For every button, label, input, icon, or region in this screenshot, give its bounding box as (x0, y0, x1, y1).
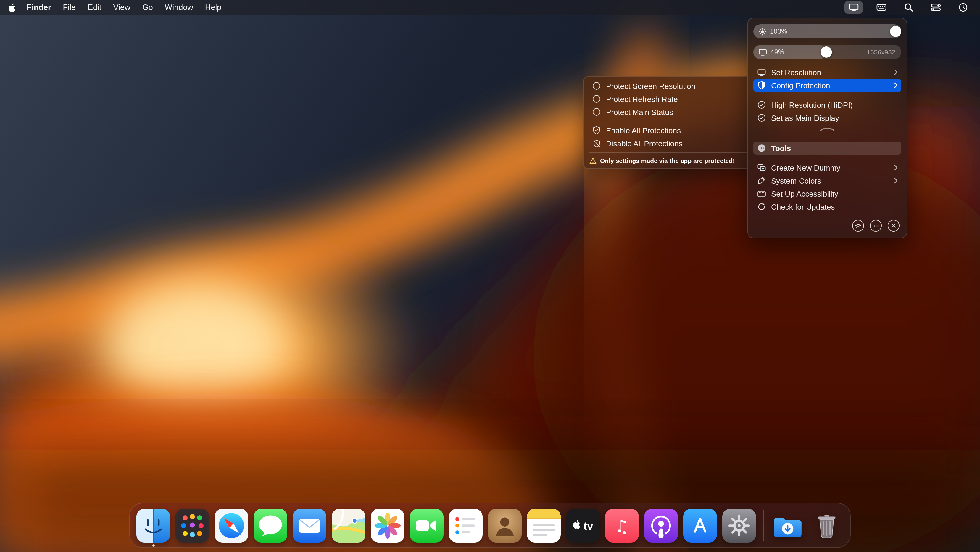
menu-item-high-resolution[interactable]: High Resolution (HiDPI) (753, 98, 901, 111)
apple-tv-icon: tv (566, 509, 600, 542)
settings-button[interactable] (852, 220, 864, 231)
submenu-item-enable-all-protections[interactable]: Enable All Protections (588, 124, 753, 137)
brightness-slider-knob[interactable] (890, 26, 901, 37)
menubar-item-help[interactable]: Help (205, 3, 222, 12)
menu-item-set-up-accessibility[interactable]: Set Up Accessibility (753, 187, 901, 200)
circle-icon (592, 82, 601, 90)
dock-item-system-settings[interactable] (722, 509, 756, 542)
dock-item-podcasts[interactable] (644, 509, 678, 542)
dock-item-tv[interactable]: tv (566, 509, 600, 542)
trash-icon (810, 509, 843, 542)
photos-icon (371, 509, 404, 542)
clock-icon (959, 3, 967, 12)
submenu-warning-text: Only settings made via the app are prote… (600, 157, 735, 164)
submenu-divider (589, 152, 752, 153)
submenu-item-protect-screen-resolution[interactable]: Protect Screen Resolution (588, 79, 753, 93)
menubar-item-edit[interactable]: Edit (88, 3, 102, 12)
keyboard-icon (757, 190, 766, 197)
resolution-slider-knob[interactable] (820, 46, 832, 58)
menu-item-label: Set Up Accessibility (771, 189, 898, 198)
menubar-item-window[interactable]: Window (165, 3, 193, 12)
menu-item-set-resolution[interactable]: Set Resolution (753, 66, 901, 79)
check-circle-icon (757, 114, 766, 122)
dock-item-finder[interactable] (137, 509, 170, 542)
running-indicator-dot (152, 544, 154, 546)
brightness-value: 100% (770, 28, 788, 35)
display-icon (757, 69, 766, 75)
menu-bar: Finder File Edit View Go Window Help (0, 0, 980, 15)
app-menu-title[interactable]: Finder (27, 3, 51, 12)
control-center-button[interactable] (927, 1, 945, 14)
menu-item-check-for-updates[interactable]: Check for Updates (753, 200, 901, 213)
resolution-slider[interactable]: 49% 1656x932 (753, 45, 901, 59)
notes-icon (527, 509, 561, 542)
tools-section-header[interactable]: Tools (753, 142, 901, 155)
submenu-divider (589, 121, 752, 121)
dock-item-downloads[interactable] (771, 509, 805, 542)
dock-item-app-store[interactable] (683, 509, 717, 542)
tools-header-label: Tools (771, 144, 898, 153)
dock-item-reminders[interactable] (449, 509, 483, 542)
clock-button[interactable] (955, 1, 972, 14)
submenu-item-protect-refresh-rate[interactable]: Protect Refresh Rate (588, 93, 753, 105)
keyboard-icon (877, 4, 886, 11)
ellipsis-circle-icon (757, 144, 766, 152)
shield-check-icon (592, 126, 601, 134)
spotlight-button[interactable] (900, 1, 917, 14)
menubar-item-view[interactable]: View (113, 3, 130, 12)
downloads-folder-icon (771, 509, 805, 542)
submenu-item-label: Protect Refresh Rate (606, 94, 749, 103)
dock-item-maps[interactable] (332, 509, 366, 542)
launchpad-icon (175, 509, 209, 542)
display-status-button[interactable] (845, 1, 863, 14)
menubar-status-area (845, 1, 972, 14)
keyboard-status-button[interactable] (872, 1, 891, 14)
submenu-item-label: Protect Main Status (606, 107, 749, 116)
menu-item-set-main-display[interactable]: Set as Main Display (753, 111, 901, 124)
dock-item-notes[interactable] (527, 509, 561, 542)
menu-item-config-protection[interactable]: Config Protection (753, 79, 901, 92)
menubar-item-go[interactable]: Go (142, 3, 153, 12)
system-settings-icon (722, 509, 756, 542)
dock-item-messages[interactable] (254, 509, 287, 542)
control-center-icon (931, 3, 941, 11)
brightness-slider[interactable]: 100% (753, 24, 901, 38)
more-options-button[interactable] (870, 220, 882, 231)
quit-button[interactable] (888, 220, 899, 231)
music-icon: ♫ (605, 509, 639, 542)
menu-item-system-colors[interactable]: System Colors (753, 174, 901, 187)
menu-item-label: High Resolution (HiDPI) (771, 101, 898, 109)
dock-item-launchpad[interactable] (175, 509, 209, 542)
safari-icon (215, 509, 248, 542)
circle-icon (592, 95, 601, 103)
gear-icon (855, 223, 861, 229)
resolution-value: 49% (770, 49, 784, 56)
dock-item-mail[interactable] (293, 509, 326, 542)
mail-icon (293, 509, 326, 542)
menu-item-label: System Colors (771, 176, 889, 185)
dock-item-facetime[interactable] (410, 509, 444, 542)
dock-item-trash[interactable] (810, 509, 843, 542)
dock-item-music[interactable]: ♫ (605, 509, 639, 542)
dock: tv ♫ (129, 503, 851, 548)
dock-item-safari[interactable] (215, 509, 248, 542)
menu-item-label: Set Resolution (771, 68, 889, 77)
apple-logo-icon (8, 3, 16, 12)
collapse-menu-button[interactable] (753, 124, 901, 134)
chevron-right-icon (894, 82, 898, 88)
dock-item-photos[interactable] (371, 509, 404, 542)
menu-item-create-new-dummy[interactable]: Create New Dummy (753, 161, 901, 174)
circle-icon (592, 108, 601, 116)
submenu-item-protect-main-status[interactable]: Protect Main Status (588, 105, 753, 118)
dock-item-contacts[interactable] (488, 509, 522, 542)
chevron-right-icon (894, 178, 898, 183)
shield-slash-icon (592, 139, 601, 147)
menubar-item-file[interactable]: File (63, 3, 76, 12)
config-protection-submenu: Protect Screen Resolution Protect Refres… (583, 77, 758, 169)
submenu-item-label: Disable All Protections (606, 139, 749, 148)
submenu-item-disable-all-protections[interactable]: Disable All Protections (588, 137, 753, 150)
apple-menu-button[interactable] (8, 3, 16, 12)
svg-text:♫: ♫ (614, 516, 629, 536)
sun-icon (759, 27, 766, 35)
svg-text:tv: tv (584, 520, 593, 532)
